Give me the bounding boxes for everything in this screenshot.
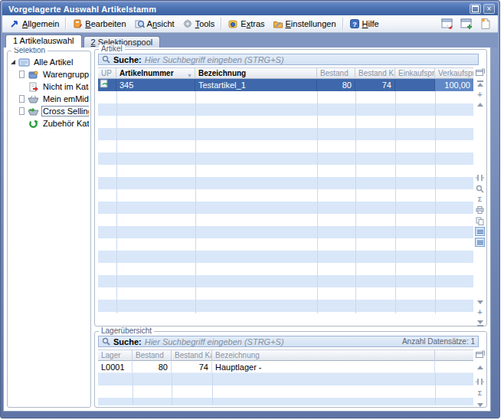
- go-first-row-button[interactable]: [475, 80, 485, 89]
- tree-item-mein-emmida[interactable]: Mein emMida: [9, 93, 89, 105]
- menu-ansicht[interactable]: Ansicht: [130, 17, 178, 31]
- cell-lager: L0001: [98, 361, 133, 373]
- lager-row[interactable]: L0001 80 74 Hauptlager -: [98, 361, 473, 373]
- menu-hilfe[interactable]: ? Hilfe: [345, 17, 383, 31]
- column-header-bezeichnung[interactable]: Bezeichnung: [212, 350, 435, 361]
- gear-icon: [182, 18, 193, 29]
- column-separator: [116, 91, 117, 313]
- column-header-bestand[interactable]: Bestand: [317, 68, 355, 79]
- prev-row-button[interactable]: [475, 100, 485, 109]
- go-last-row-button[interactable]: [475, 317, 485, 326]
- artikel-search-input[interactable]: Suche: Hier Suchbegriff eingeben (STRG+S…: [98, 54, 479, 65]
- view-mode-button-1[interactable]: [475, 227, 485, 236]
- menu-bearbeiten[interactable]: Bearbeiten: [68, 17, 129, 31]
- menu-separator: [342, 18, 343, 30]
- tree-item-warengruppen[interactable]: Warengruppen: [9, 68, 89, 80]
- lager-groupbox: Lagerübersicht Suche: Hier Suchbegriff e…: [94, 331, 487, 408]
- lager-search-input[interactable]: Suche: Hier Suchbegriff eingeben (STRG+S…: [98, 336, 479, 347]
- cell-bestand: 80: [317, 79, 355, 91]
- expander-collapsed-icon[interactable]: [18, 96, 25, 103]
- tree-item-label: Alle Artikel: [32, 57, 74, 67]
- titlebar[interactable]: Vorgelagerte Auswahl Artikelstamm ×: [2, 2, 498, 15]
- column-header-bestand-kalk[interactable]: Bestand Kalk.: [355, 68, 395, 79]
- copy-button[interactable]: [475, 216, 485, 225]
- screen: Vorgelagerte Auswahl Artikelstamm × Allg…: [0, 0, 504, 420]
- page-red-arrow-icon: [28, 82, 39, 92]
- view-mode-button-2[interactable]: [475, 238, 485, 247]
- toolbar-right: [440, 18, 495, 31]
- column-header-lager[interactable]: Lager: [98, 350, 133, 361]
- search-icon: [102, 55, 110, 64]
- column-separator: [435, 91, 436, 313]
- artikel-grid-body[interactable]: [98, 91, 473, 313]
- find-button[interactable]: [475, 184, 485, 193]
- summary-button[interactable]: Σ: [475, 389, 485, 398]
- column-separator: [395, 91, 396, 313]
- search-placeholder: Hier Suchbegriff eingeben (STRG+S): [145, 55, 284, 64]
- lager-grid-body[interactable]: [98, 373, 473, 405]
- tree-item-cross-selling-katalog[interactable]: Cross Selling Katalog: [9, 105, 89, 117]
- column-header-bezeichnung[interactable]: Bezeichnung: [195, 68, 317, 79]
- next-row-button[interactable]: [475, 297, 485, 307]
- tree-item-label: Mein emMida: [41, 94, 89, 103]
- column-chooser-button[interactable]: [475, 67, 485, 77]
- print-button[interactable]: [475, 205, 485, 215]
- menu-allgemein[interactable]: Allgemein: [5, 17, 63, 31]
- extras-box-icon: [227, 18, 238, 29]
- column-separator: [212, 373, 213, 405]
- menu-tools[interactable]: Tools: [178, 17, 219, 31]
- column-header-bestand[interactable]: Bestand: [133, 350, 172, 361]
- svg-text:?: ?: [352, 21, 357, 28]
- close-icon: ×: [487, 5, 492, 13]
- menu-extras[interactable]: Extras: [224, 17, 268, 31]
- column-header-empty: [435, 350, 473, 361]
- prev-row-button[interactable]: [475, 363, 485, 372]
- expander-collapsed-icon[interactable]: [18, 71, 25, 78]
- new-document-button[interactable]: [479, 18, 493, 31]
- table-add-button[interactable]: [460, 18, 473, 31]
- artikel-groupbox: Artikel Suche: Hier Suchbegriff eingeben…: [94, 49, 487, 326]
- basket-icon: [28, 94, 39, 104]
- menu-einstellungen[interactable]: Einstellungen: [269, 17, 340, 31]
- next-row-button[interactable]: [475, 400, 485, 409]
- column-header-einkaufspreis[interactable]: Einkaufspreis: [395, 68, 435, 79]
- tree-item-zubehoer-katalog[interactable]: Zubehör Katalog: [9, 117, 89, 130]
- maximize-button[interactable]: [470, 4, 481, 14]
- table-remove-button[interactable]: [440, 18, 454, 31]
- close-button[interactable]: ×: [483, 4, 495, 14]
- menubar: Allgemein Bearbeiten Ansicht Tools: [2, 15, 498, 33]
- column-separator: [317, 91, 318, 313]
- cell-bestand-kalk: 74: [172, 361, 212, 373]
- cell-artikelnummer: 345: [116, 79, 195, 91]
- column-header-up[interactable]: UP: [98, 68, 116, 79]
- page-down-button[interactable]: +: [475, 307, 485, 317]
- column-separator: [435, 373, 436, 405]
- best-fit-button[interactable]: [475, 173, 485, 182]
- tab-artikelauswahl[interactable]: 1 Artikelauswahl: [5, 34, 82, 48]
- tree-item-alle-artikel[interactable]: Alle Artikel: [9, 56, 89, 68]
- groupbox-label: Artikel: [99, 44, 125, 54]
- column-header-artikelnummer[interactable]: Artikelnummer▼: [116, 68, 195, 79]
- page-up-button[interactable]: +: [475, 90, 485, 99]
- menu-separator: [65, 18, 66, 30]
- window-title: Vorgelagerte Auswahl Artikelstamm: [8, 5, 467, 14]
- settings-folder-icon: [273, 18, 283, 29]
- artikel-row-selected[interactable]: 345 Testartikel_1 80 74 100,00: [98, 79, 473, 91]
- up-status-icon: [98, 79, 116, 91]
- cell-bezeichnung: Testartikel_1: [195, 79, 317, 91]
- column-header-bestand-kalk[interactable]: Bestand Kalk.: [172, 350, 212, 361]
- best-fit-button[interactable]: [475, 377, 485, 386]
- column-separator: [133, 373, 133, 405]
- summary-button[interactable]: Σ: [475, 195, 485, 204]
- expander-expanded-icon[interactable]: [9, 59, 16, 66]
- column-header-verkaufspreis[interactable]: Verkaufspreis: [435, 68, 473, 79]
- new-document-icon: [480, 18, 491, 30]
- column-separator: [172, 373, 172, 405]
- column-chooser-button[interactable]: [475, 349, 485, 359]
- cell-bezeichnung: Hauptlager -: [212, 361, 435, 373]
- tree-item-label: Nicht im Katalog: [41, 82, 89, 91]
- help-icon: ?: [349, 18, 360, 29]
- tree-item-nicht-im-katalog[interactable]: Nicht im Katalog: [9, 80, 89, 93]
- sort-desc-icon: ▼: [187, 71, 192, 79]
- expander-collapsed-icon[interactable]: [18, 108, 25, 115]
